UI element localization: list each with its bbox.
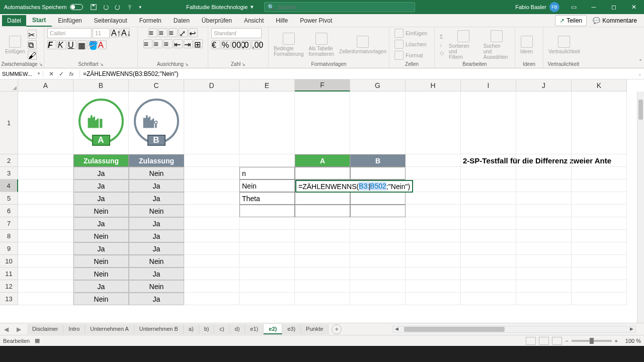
align-center-icon[interactable]: ≡	[153, 39, 163, 48]
cell-row5[interactable]	[406, 192, 461, 205]
stats-a-0[interactable]	[295, 167, 350, 179]
data-c-4[interactable]: Ja	[129, 179, 184, 192]
cell-D6[interactable]	[184, 205, 239, 217]
tab-start[interactable]: Start	[26, 15, 52, 27]
scroll-left-icon[interactable]: ◀	[395, 326, 398, 331]
search-input[interactable]	[278, 4, 412, 10]
cell-row1[interactable]	[572, 92, 627, 154]
cell-row1[interactable]	[406, 92, 461, 154]
ribbon-display-icon[interactable]: ▭	[564, 0, 584, 14]
data-b-10[interactable]: Nein	[73, 255, 129, 267]
row-header-2[interactable]: 2	[0, 154, 18, 167]
cell-A8[interactable]	[18, 230, 73, 242]
col-header-E[interactable]: E	[239, 79, 295, 92]
cell-row9[interactable]	[516, 242, 572, 255]
enter-formula-button[interactable]: ✓	[57, 70, 65, 78]
cell-E7[interactable]	[239, 217, 295, 230]
stats-label-0[interactable]: n	[239, 167, 295, 179]
cell-row10[interactable]	[461, 255, 516, 267]
cell-J2[interactable]	[516, 154, 572, 167]
cell-row8[interactable]	[572, 230, 627, 242]
row-header-8[interactable]: 8	[0, 230, 18, 242]
data-b-12[interactable]: Ja	[73, 280, 129, 293]
cell-row7[interactable]	[406, 217, 461, 230]
cell-F10[interactable]	[295, 255, 350, 267]
indent-decrease-icon[interactable]: ⇤	[174, 39, 183, 48]
cell-E8[interactable]	[239, 230, 295, 242]
cell-A4[interactable]	[18, 179, 73, 192]
cell-row4[interactable]	[516, 179, 572, 192]
conditional-formatting-button[interactable]: Bedingte Formatierung	[272, 33, 305, 57]
font-name-select[interactable]: Calibri	[47, 28, 92, 38]
insert-function-button[interactable]: fx	[67, 70, 75, 78]
sheet-tab-d[interactable]: d)	[230, 324, 246, 334]
cell-F8[interactable]	[295, 230, 350, 242]
grid[interactable]: ABZulassungZulassungAB2-SP-Testfall für …	[18, 92, 637, 323]
view-pagebreak-icon[interactable]	[552, 337, 562, 345]
data-c-11[interactable]: Ja	[129, 267, 184, 280]
taskbar-app-2[interactable]: ◐	[61, 347, 78, 361]
tab-help[interactable]: Hilfe	[270, 15, 294, 26]
row-header-3[interactable]: 3	[0, 167, 18, 179]
cell-row11[interactable]	[406, 267, 461, 280]
format-as-table-button[interactable]: Als Tabelle formatieren	[306, 33, 336, 57]
col-header-B[interactable]: B	[73, 79, 129, 92]
borders-icon[interactable]: ▦	[77, 40, 87, 49]
font-size-select[interactable]: 11	[93, 28, 110, 38]
merge-icon[interactable]: ⊞	[194, 39, 203, 48]
stats-b-3[interactable]	[350, 205, 406, 217]
increase-font-icon[interactable]: A↑	[111, 28, 120, 37]
cell-E9[interactable]	[239, 242, 295, 255]
cell-row1[interactable]	[239, 92, 295, 154]
cell-D9[interactable]	[184, 242, 239, 255]
taskbar-app-1[interactable]: 🌐	[43, 347, 60, 361]
italic-icon[interactable]: K	[57, 40, 66, 49]
autosave-toggle[interactable]: Automatisches Speichern	[0, 4, 87, 10]
minimize-button[interactable]: ─	[584, 0, 604, 14]
stats-b-2[interactable]	[350, 192, 406, 205]
row-header-6[interactable]: 6	[0, 205, 18, 217]
cut-icon[interactable]: ✂	[28, 30, 37, 39]
data-c-13[interactable]: Ja	[129, 293, 184, 305]
stats-label-1[interactable]: Nein	[239, 179, 295, 192]
cell-A10[interactable]	[18, 255, 73, 267]
tab-insert[interactable]: Einfügen	[52, 15, 88, 26]
cell-A12[interactable]	[18, 280, 73, 293]
row-header-13[interactable]: 13	[0, 293, 18, 305]
cell-row8[interactable]	[516, 230, 572, 242]
tab-pagelayout[interactable]: Seitenlayout	[88, 15, 133, 26]
stats-b-0[interactable]	[350, 167, 406, 179]
align-middle-icon[interactable]: ≡	[158, 28, 168, 37]
sheet-tab-Intro[interactable]: Intro	[63, 324, 85, 334]
cell-E12[interactable]	[239, 280, 295, 293]
cell-E11[interactable]	[239, 267, 295, 280]
underline-icon[interactable]: U	[67, 40, 76, 49]
cell-row5[interactable]	[461, 192, 516, 205]
data-c-3[interactable]: Nein	[129, 167, 184, 179]
cell-A9[interactable]	[18, 242, 73, 255]
add-sheet-button[interactable]: +	[332, 324, 342, 334]
fill-button[interactable]: ↓	[438, 41, 446, 48]
qat-more-icon[interactable]: ▼	[138, 5, 142, 10]
dialog-launcher-icon[interactable]: ↘	[39, 62, 43, 67]
cell-row7[interactable]	[516, 217, 572, 230]
cell-A5[interactable]	[18, 192, 73, 205]
data-b-7[interactable]: Ja	[73, 217, 129, 230]
macro-record-icon[interactable]: ▦	[35, 337, 40, 344]
sheet-tab-e2[interactable]: e2)	[264, 324, 282, 334]
tab-nav-next[interactable]: ▶	[13, 326, 25, 333]
cell-row3[interactable]	[572, 167, 627, 179]
cell-D11[interactable]	[184, 267, 239, 280]
delete-cells-button[interactable]: Löschen	[392, 39, 429, 49]
zoom-level[interactable]: 100 %	[621, 338, 641, 344]
cell-row3[interactable]	[461, 167, 516, 179]
cell-row1[interactable]	[184, 92, 239, 154]
fill-color-icon[interactable]: 🪣	[88, 40, 97, 49]
data-b-5[interactable]: Ja	[73, 192, 129, 205]
header-zulassung-a[interactable]: Zulassung	[73, 154, 129, 167]
cell-row11[interactable]	[461, 267, 516, 280]
sheet-tab-e1[interactable]: e1)	[245, 324, 264, 334]
cell-row3[interactable]	[516, 167, 572, 179]
start-button[interactable]	[1, 347, 21, 361]
cell-B1[interactable]: A	[73, 92, 129, 154]
